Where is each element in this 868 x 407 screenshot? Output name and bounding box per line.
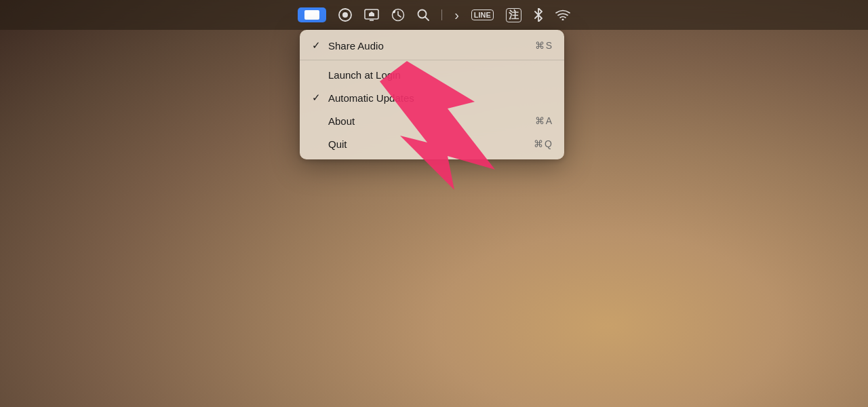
shortcut-cmd-share-audio: ⌘ bbox=[535, 40, 545, 51]
message-icon[interactable] bbox=[338, 8, 352, 22]
shortcut-quit: ⌘ Q bbox=[534, 138, 552, 149]
shortcut-key-quit: Q bbox=[545, 138, 552, 149]
svg-point-2 bbox=[342, 12, 348, 18]
svg-rect-0 bbox=[304, 10, 319, 20]
svg-point-7 bbox=[561, 19, 564, 21]
label-launch-at-login: Launch at Login bbox=[328, 69, 552, 81]
label-share-audio: Share Audio bbox=[328, 40, 535, 52]
shortcut-cmd-about: ⌘ bbox=[535, 115, 545, 126]
dropdown-menu: ✓ Share Audio ⌘ S ✓ Launch at Login ✓ Au… bbox=[300, 30, 564, 159]
shortcut-about: ⌘ A bbox=[535, 115, 552, 126]
menu-item-about[interactable]: ✓ About ⌘ A bbox=[300, 109, 564, 132]
screen-share-icon[interactable] bbox=[364, 9, 379, 21]
menu-item-share-audio[interactable]: ✓ Share Audio ⌘ S bbox=[300, 34, 564, 57]
menu-item-quit[interactable]: ✓ Quit ⌘ Q bbox=[300, 132, 564, 155]
chevron-right-icon[interactable]: › bbox=[454, 7, 459, 23]
time-machine-icon[interactable] bbox=[391, 8, 405, 22]
label-about: About bbox=[328, 115, 535, 127]
menu-item-automatic-updates[interactable]: ✓ Automatic Updates bbox=[300, 86, 564, 109]
annotation-icon[interactable]: 注 bbox=[506, 8, 521, 22]
menubar-divider-1 bbox=[441, 9, 442, 20]
bluetooth-icon[interactable] bbox=[534, 8, 543, 22]
line-icon[interactable]: LINE bbox=[471, 9, 494, 20]
shortcut-cmd-quit: ⌘ bbox=[534, 138, 543, 149]
menubar-icons: › LINE 注 bbox=[298, 7, 570, 23]
app-active-icon[interactable] bbox=[298, 7, 326, 22]
shortcut-share-audio: ⌘ S bbox=[535, 40, 552, 51]
spotlight-icon[interactable] bbox=[417, 9, 429, 21]
desktop: › LINE 注 ✓ Share Audio bbox=[0, 0, 868, 407]
wifi-icon[interactable] bbox=[555, 9, 570, 20]
menu-separator-1 bbox=[300, 60, 564, 60]
svg-line-6 bbox=[425, 17, 429, 20]
label-automatic-updates: Automatic Updates bbox=[328, 92, 552, 104]
menubar: › LINE 注 bbox=[0, 0, 868, 30]
label-quit: Quit bbox=[328, 138, 534, 150]
menu-item-launch-at-login[interactable]: ✓ Launch at Login bbox=[300, 63, 564, 86]
shortcut-key-about: A bbox=[546, 115, 552, 126]
check-automatic-updates: ✓ bbox=[312, 92, 323, 104]
check-share-audio: ✓ bbox=[312, 39, 323, 52]
shortcut-key-share-audio: S bbox=[546, 40, 552, 51]
